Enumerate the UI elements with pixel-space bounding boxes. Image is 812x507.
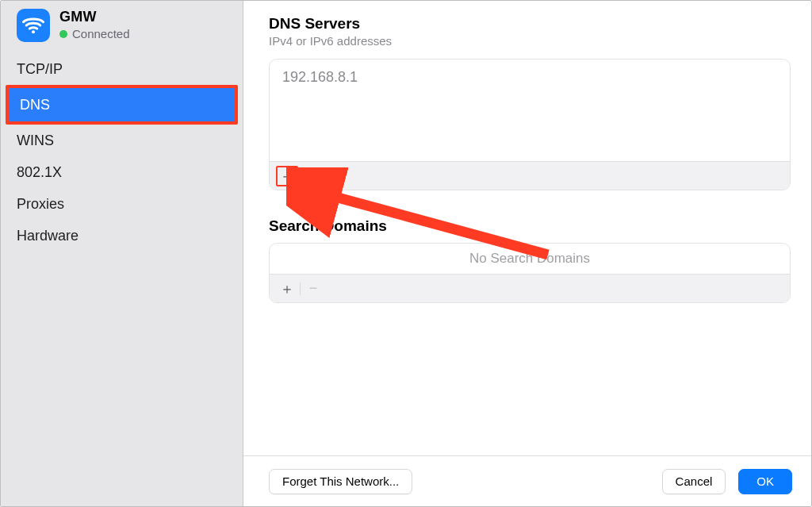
search-domains-title: Search Domains bbox=[269, 217, 791, 235]
sidebar-item-label: 802.1X bbox=[17, 164, 62, 181]
dns-section: DNS Servers IPv4 or IPv6 addresses 192.1… bbox=[269, 15, 791, 190]
minus-icon: − bbox=[309, 280, 318, 297]
network-name: GMW bbox=[59, 9, 130, 25]
wifi-icon bbox=[17, 9, 50, 42]
dns-list-box: 192.168.8.1 ＋ − bbox=[269, 59, 791, 190]
annotation-highlight-dns: DNS bbox=[6, 85, 238, 125]
footer: Forget This Network... Cancel OK bbox=[243, 455, 811, 506]
network-settings-window: GMW Connected TCP/IP DNS WINS 802.1X bbox=[0, 0, 812, 507]
add-dns-button[interactable]: ＋ bbox=[276, 166, 298, 186]
sidebar-nav: TCP/IP DNS WINS 802.1X Proxies Hardware bbox=[1, 53, 243, 252]
plus-icon: ＋ bbox=[280, 167, 294, 186]
sidebar-item-dns[interactable]: DNS bbox=[9, 88, 235, 121]
button-label: Cancel bbox=[676, 474, 713, 488]
dns-server-row[interactable]: 192.168.8.1 bbox=[282, 69, 777, 86]
remove-dns-button[interactable]: − bbox=[302, 166, 324, 186]
ok-button[interactable]: OK bbox=[738, 469, 792, 494]
search-domains-list-box: No Search Domains ＋ − bbox=[269, 243, 791, 303]
button-label: Forget This Network... bbox=[282, 474, 399, 488]
remove-search-domain-button[interactable]: − bbox=[302, 278, 324, 299]
divider bbox=[300, 282, 301, 295]
sidebar-item-label: Hardware bbox=[17, 228, 79, 244]
sidebar-item-tcpip[interactable]: TCP/IP bbox=[1, 53, 243, 85]
sidebar-item-label: TCP/IP bbox=[17, 61, 63, 78]
sidebar-item-8021x[interactable]: 802.1X bbox=[1, 156, 243, 188]
svg-point-0 bbox=[32, 30, 35, 33]
main-pane: DNS Servers IPv4 or IPv6 addresses 192.1… bbox=[243, 1, 811, 506]
search-domains-section: Search Domains No Search Domains ＋ − bbox=[269, 217, 791, 303]
sidebar-item-hardware[interactable]: Hardware bbox=[1, 220, 243, 252]
search-domains-empty: No Search Domains bbox=[270, 244, 790, 274]
network-header: GMW Connected bbox=[1, 6, 243, 53]
network-status: Connected bbox=[59, 27, 130, 40]
button-label: OK bbox=[756, 474, 774, 488]
content: DNS Servers IPv4 or IPv6 addresses 192.1… bbox=[243, 1, 811, 455]
sidebar-item-proxies[interactable]: Proxies bbox=[1, 188, 243, 220]
search-domains-footer: ＋ − bbox=[270, 274, 790, 302]
footer-right: Cancel OK bbox=[662, 469, 792, 494]
sidebar-item-label: DNS bbox=[20, 97, 50, 113]
dns-list-footer: ＋ − bbox=[270, 161, 790, 190]
minus-icon: − bbox=[309, 167, 318, 184]
sidebar: GMW Connected TCP/IP DNS WINS 802.1X bbox=[1, 1, 243, 506]
dns-title: DNS Servers bbox=[269, 15, 791, 33]
divider bbox=[300, 170, 301, 182]
sidebar-item-wins[interactable]: WINS bbox=[1, 125, 243, 156]
status-label: Connected bbox=[72, 27, 130, 40]
dns-list[interactable]: 192.168.8.1 bbox=[270, 60, 790, 161]
sidebar-item-label: WINS bbox=[17, 133, 54, 149]
cancel-button[interactable]: Cancel bbox=[662, 469, 726, 494]
add-search-domain-button[interactable]: ＋ bbox=[276, 278, 298, 299]
forget-network-button[interactable]: Forget This Network... bbox=[269, 469, 412, 494]
dns-subtitle: IPv4 or IPv6 addresses bbox=[269, 34, 791, 48]
plus-icon: ＋ bbox=[280, 279, 294, 298]
status-dot-icon bbox=[59, 30, 67, 38]
network-meta: GMW Connected bbox=[59, 9, 130, 40]
sidebar-item-label: Proxies bbox=[17, 196, 64, 213]
